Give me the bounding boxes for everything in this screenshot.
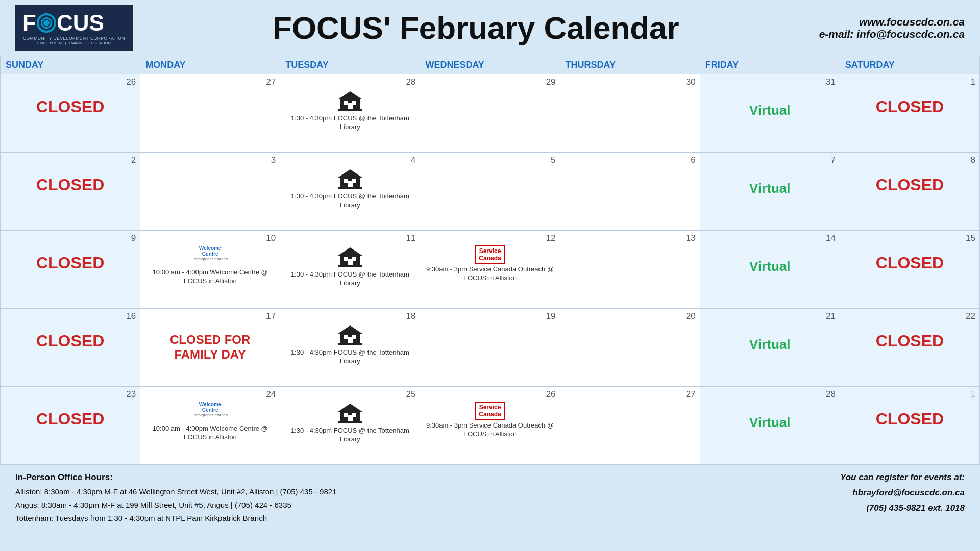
cell-week3-thu: 13 xyxy=(560,231,700,309)
col-wednesday: WEDNESDAY xyxy=(420,56,560,74)
library-event: 1:30 - 4:30pm FOCUS @ the Tottenham Libr… xyxy=(284,245,415,288)
day-number: 6 xyxy=(565,155,696,165)
day-number: 28 xyxy=(704,389,836,399)
logo-text: F CUS xyxy=(22,10,126,36)
closed-label: CLOSED xyxy=(5,332,136,350)
week-1: 26 CLOSED 27 28 xyxy=(1,74,980,153)
header: F CUS COMMUNITY DEVELOPMENT CORPORATION … xyxy=(0,0,980,56)
library-event-text: 1:30 - 4:30pm FOCUS @ the Tottenham Libr… xyxy=(284,270,415,288)
cell-week3-sat: 15 CLOSED xyxy=(840,231,979,309)
footer-right: You can register for events at: hbrayfor… xyxy=(840,470,965,515)
cell-week4-mon: 17 CLOSED FOR FAMILY DAY xyxy=(140,309,280,387)
svg-rect-20 xyxy=(348,337,353,343)
welcome-event-text: 10:00 am - 4:00pm Welcome Centre @ FOCUS… xyxy=(144,268,276,286)
week-5: 23 CLOSED 24 WelcomeCentre Immigrant Ser… xyxy=(1,387,980,465)
contact-right: www.focuscdc.on.ca e-mail: info@focuscdc… xyxy=(819,16,965,40)
cell-week5-sat: 1 CLOSED xyxy=(840,387,979,465)
day-number: 31 xyxy=(704,77,836,87)
cell-week2-tue: 4 1:30 - 4:30pm FOCUS @ the Tottenham Li… xyxy=(280,153,420,231)
virtual-label: Virtual xyxy=(704,337,836,353)
svg-rect-27 xyxy=(344,413,348,417)
col-thursday: THURSDAY xyxy=(560,56,700,74)
day-number: 10 xyxy=(144,233,276,243)
register-email: hbrayford@focuscdc.on.ca xyxy=(840,485,965,500)
friday-label: FRIDAY xyxy=(705,60,739,70)
col-monday: MONDAY xyxy=(140,56,280,74)
alliston-hours: Alliston: 8:30am - 4:30pm M-F at 46 Well… xyxy=(15,485,336,498)
family-day-line1: CLOSED FOR xyxy=(170,333,250,346)
library-event: 1:30 - 4:30pm FOCUS @ the Tottenham Libr… xyxy=(284,167,415,210)
library-event-text: 1:30 - 4:30pm FOCUS @ the Tottenham Libr… xyxy=(284,192,415,210)
day-number: 4 xyxy=(284,155,415,165)
col-saturday: SATURDAY xyxy=(840,56,979,74)
day-number: 25 xyxy=(284,389,415,399)
cell-week4-fri: 21 Virtual xyxy=(700,309,840,387)
cell-week4-sun: 16 CLOSED xyxy=(1,309,140,387)
svg-rect-16 xyxy=(352,257,356,261)
svg-marker-13 xyxy=(338,247,362,256)
calendar-header-row: SUNDAY MONDAY TUESDAY WEDNESDAY THURSDAY… xyxy=(1,56,980,74)
svg-rect-8 xyxy=(348,181,353,187)
cell-week1-fri: 31 Virtual xyxy=(700,74,840,153)
day-number: 27 xyxy=(144,77,276,87)
col-tuesday: TUESDAY xyxy=(280,56,420,74)
day-number: 17 xyxy=(144,311,276,321)
cell-week3-wed: 12 ServiceCanada 9:30am - 3pm Service Ca… xyxy=(420,231,560,309)
library-icon xyxy=(338,245,362,267)
day-number: 20 xyxy=(565,311,696,321)
svg-marker-7 xyxy=(338,169,362,178)
register-phone: (705) 435-9821 ext. 1018 xyxy=(840,500,965,516)
day-number: 13 xyxy=(565,233,696,243)
day-number: 3 xyxy=(144,155,276,165)
cell-week3-sun: 9 CLOSED xyxy=(1,231,140,309)
register-text: You can register for events at: xyxy=(840,470,965,485)
day-number: 26 xyxy=(5,77,136,87)
title-center: FOCUS' February Calendar xyxy=(133,10,819,46)
logo-subtitle: COMMUNITY DEVELOPMENT CORPORATION xyxy=(22,36,126,41)
closed-label: CLOSED xyxy=(5,410,136,429)
day-number: 1 xyxy=(844,389,975,399)
logo-o-ring xyxy=(41,17,52,29)
cell-week3-tue: 11 1:30 - 4:30pm FOCUS @ the Tottenham L… xyxy=(280,231,420,309)
col-sunday: SUNDAY xyxy=(1,56,140,74)
svg-rect-5 xyxy=(338,109,362,111)
footer: In-Person Office Hours: Alliston: 8:30am… xyxy=(0,465,980,531)
svg-rect-2 xyxy=(348,103,353,109)
day-number: 9 xyxy=(5,233,136,243)
svg-rect-15 xyxy=(344,257,348,261)
cell-week1-mon: 27 xyxy=(140,74,280,153)
virtual-label: Virtual xyxy=(704,415,836,431)
closed-label: CLOSED xyxy=(5,254,136,272)
svg-rect-4 xyxy=(352,101,356,105)
cell-week2-sat: 8 CLOSED xyxy=(840,153,979,231)
cell-week2-wed: 5 xyxy=(420,153,560,231)
svg-rect-26 xyxy=(348,415,353,421)
closed-label: CLOSED xyxy=(844,254,975,272)
svg-rect-10 xyxy=(352,179,356,183)
hours-title: In-Person Office Hours: xyxy=(15,470,336,485)
library-event: 1:30 - 4:30pm FOCUS @ the Tottenham Libr… xyxy=(284,89,415,132)
main-title: FOCUS' February Calendar xyxy=(133,10,819,46)
cell-week5-thu: 27 xyxy=(560,387,700,465)
calendar-table: SUNDAY MONDAY TUESDAY WEDNESDAY THURSDAY… xyxy=(0,56,980,465)
cell-week1-wed: 29 xyxy=(420,74,560,153)
cell-week3-fri: 14 Virtual xyxy=(700,231,840,309)
saturday-label: SATURDAY xyxy=(845,60,895,70)
closed-label: CLOSED xyxy=(5,97,136,116)
cell-week2-mon: 3 xyxy=(140,153,280,231)
day-number: 1 xyxy=(844,77,975,87)
cell-week1-tue: 28 1:30 - 4:30pm FOCUS @ the Tottenham L… xyxy=(280,74,420,153)
logo-f: F xyxy=(22,10,36,36)
closed-label: CLOSED xyxy=(844,410,975,429)
welcome-logo: WelcomeCentre Immigrant Services xyxy=(192,402,228,423)
cell-week1-thu: 30 xyxy=(560,74,700,153)
day-number: 19 xyxy=(424,311,555,321)
day-number: 12 xyxy=(424,233,555,243)
virtual-label: Virtual xyxy=(704,103,836,118)
cell-week2-thu: 6 xyxy=(560,153,700,231)
library-icon xyxy=(338,402,362,423)
week-4: 16 CLOSED 17 CLOSED FOR FAMILY DAY 18 xyxy=(1,309,980,387)
day-number: 24 xyxy=(144,389,276,399)
logo-o-icon xyxy=(37,13,56,33)
sc-event-text: 9:30am - 3pm Service Canada Outreach @ F… xyxy=(424,421,555,439)
